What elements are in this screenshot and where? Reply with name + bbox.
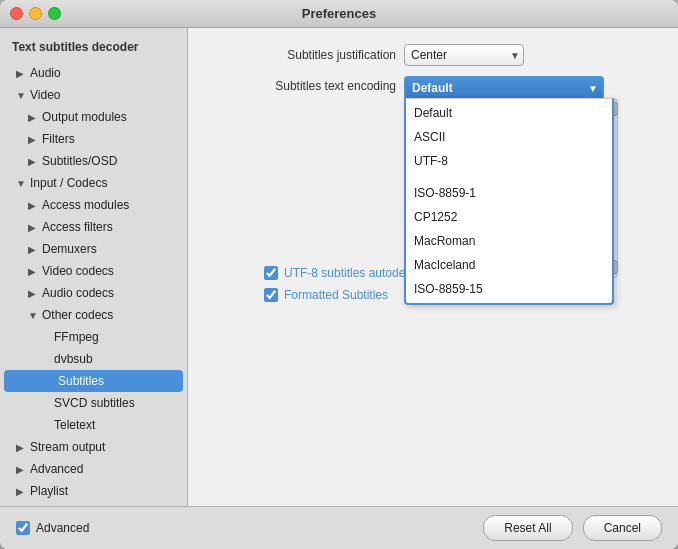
reset-all-button[interactable]: Reset All: [483, 515, 572, 541]
sidebar-item-demuxers[interactable]: ▶Demuxers: [0, 238, 187, 260]
sidebar-arrow-filters: ▶: [28, 132, 42, 147]
sidebar-label-svcd-subtitles: SVCD subtitles: [54, 394, 135, 412]
traffic-lights: [10, 7, 61, 20]
sidebar-arrow-advanced: ▶: [16, 462, 30, 477]
dd-item-default[interactable]: Default: [406, 101, 612, 125]
sidebar-arrow-subtitles-osd: ▶: [28, 154, 42, 169]
encoding-value: Default: [412, 81, 453, 95]
dd-separator: [406, 173, 612, 181]
sidebar-item-subtitles-osd[interactable]: ▶Subtitles/OSD: [0, 150, 187, 172]
sidebar-arrow-output-modules: ▶: [28, 110, 42, 125]
sidebar-label-audio-codecs: Audio codecs: [42, 284, 114, 302]
encoding-dropdown-container: Default ▼ Default ASCII UTF-8 ISO-8859-1…: [404, 76, 604, 98]
sidebar-arrow-stream-output: ▶: [16, 440, 30, 455]
minimize-button[interactable]: [29, 7, 42, 20]
sidebar-arrow-video-codecs: ▶: [28, 264, 42, 279]
sidebar-label-teletext: Teletext: [54, 416, 95, 434]
sidebar-label-subtitles-osd: Subtitles/OSD: [42, 152, 117, 170]
main-panel: Subtitles justification Center Left Righ…: [188, 28, 678, 506]
sidebar-item-video-codecs[interactable]: ▶Video codecs: [0, 260, 187, 282]
cancel-button[interactable]: Cancel: [583, 515, 662, 541]
window-title: Preferences: [302, 6, 376, 21]
sidebar-arrow-other-codecs: ▼: [28, 308, 42, 323]
close-button[interactable]: [10, 7, 23, 20]
dd-item-iso8859-15[interactable]: ISO-8859-15: [406, 277, 612, 301]
sidebar-item-access-filters[interactable]: ▶Access filters: [0, 216, 187, 238]
preferences-window: Preferences Text subtitles decoder ▶Audi…: [0, 0, 678, 549]
sidebar-label-dvbsub: dvbsub: [54, 350, 93, 368]
utf8-checkbox[interactable]: [264, 266, 278, 280]
sidebar-item-input-codecs[interactable]: ▼Input / Codecs: [0, 172, 187, 194]
sidebar-arrow-video: ▼: [16, 88, 30, 103]
sidebar-item-other-codecs[interactable]: ▼Other codecs: [0, 304, 187, 326]
sidebar-title: Text subtitles decoder: [0, 36, 187, 62]
dd-item-maciceland[interactable]: MacIceland: [406, 253, 612, 277]
justification-row: Subtitles justification Center Left Righ…: [204, 44, 662, 66]
sidebar-label-output-modules: Output modules: [42, 108, 127, 126]
sidebar-item-dvbsub[interactable]: dvbsub: [0, 348, 187, 370]
sidebar-item-audio-codecs[interactable]: ▶Audio codecs: [0, 282, 187, 304]
sidebar-label-subtitles: Subtitles: [58, 372, 104, 390]
sidebar-item-filters[interactable]: ▶Filters: [0, 128, 187, 150]
bottom-bar: Advanced Reset All Cancel: [0, 506, 678, 549]
dd-item-cp1252[interactable]: CP1252: [406, 205, 612, 229]
encoding-dropdown-list: Default ASCII UTF-8 ISO-8859-1 CP1252 Ma…: [404, 98, 614, 305]
justification-label: Subtitles justification: [204, 48, 404, 62]
encoding-row: Subtitles text encoding Default ▼ Defaul…: [204, 76, 662, 256]
encoding-label: Subtitles text encoding: [204, 76, 404, 93]
sidebar-arrow-access-filters: ▶: [28, 220, 42, 235]
sidebar-label-demuxers: Demuxers: [42, 240, 97, 258]
sidebar-item-output-modules[interactable]: ▶Output modules: [0, 106, 187, 128]
justification-select[interactable]: Center Left Right: [404, 44, 524, 66]
title-bar: Preferences: [0, 0, 678, 28]
sidebar-arrow-access-modules: ▶: [28, 198, 42, 213]
sidebar-label-access-modules: Access modules: [42, 196, 129, 214]
sidebar-item-subtitles[interactable]: Subtitles: [4, 370, 183, 392]
sidebar-arrow-audio-codecs: ▶: [28, 286, 42, 301]
sidebar-label-playlist: Playlist: [30, 482, 68, 500]
sidebar-item-audio[interactable]: ▶Audio: [0, 62, 187, 84]
button-group: Reset All Cancel: [483, 515, 662, 541]
sidebar-item-ffmpeg[interactable]: FFmpeg: [0, 326, 187, 348]
sidebar-label-access-filters: Access filters: [42, 218, 113, 236]
dd-item-utf8[interactable]: UTF-8: [406, 149, 612, 173]
formatted-label: Formatted Subtitles: [284, 288, 388, 302]
sidebar-item-video[interactable]: ▼Video: [0, 84, 187, 106]
advanced-check-area: Advanced: [16, 521, 89, 535]
advanced-checkbox[interactable]: [16, 521, 30, 535]
sidebar-arrow-playlist: ▶: [16, 484, 30, 499]
sidebar-label-other-codecs: Other codecs: [42, 306, 113, 324]
sidebar-label-video-codecs: Video codecs: [42, 262, 114, 280]
sidebar-label-audio: Audio: [30, 64, 61, 82]
sidebar-label-video: Video: [30, 86, 60, 104]
sidebar-item-playlist[interactable]: ▶Playlist: [0, 480, 187, 502]
sidebar-item-svcd-subtitles[interactable]: SVCD subtitles: [0, 392, 187, 414]
maximize-button[interactable]: [48, 7, 61, 20]
sidebar-label-ffmpeg: FFmpeg: [54, 328, 99, 346]
sidebar-arrow-input-codecs: ▼: [16, 176, 30, 191]
encoding-dropdown-arrow-icon: ▼: [588, 83, 598, 94]
sidebar-arrow-demuxers: ▶: [28, 242, 42, 257]
encoding-display[interactable]: Default ▼: [404, 76, 604, 98]
sidebar-label-filters: Filters: [42, 130, 75, 148]
dd-item-iso8859-1[interactable]: ISO-8859-1: [406, 181, 612, 205]
dd-item-macroman[interactable]: MacRoman: [406, 229, 612, 253]
dd-item-ascii[interactable]: ASCII: [406, 125, 612, 149]
sidebar-item-advanced[interactable]: ▶Advanced: [0, 458, 187, 480]
advanced-checkbox-label: Advanced: [36, 521, 89, 535]
sidebar-item-stream-output[interactable]: ▶Stream output: [0, 436, 187, 458]
sidebar-item-access-modules[interactable]: ▶Access modules: [0, 194, 187, 216]
sidebar-arrow-audio: ▶: [16, 66, 30, 81]
sidebar-items-container: ▶Audio▼Video▶Output modules▶Filters▶Subt…: [0, 62, 187, 506]
sidebar-item-teletext[interactable]: Teletext: [0, 414, 187, 436]
sidebar: Text subtitles decoder ▶Audio▼Video▶Outp…: [0, 28, 188, 506]
justification-select-wrapper: Center Left Right ▼: [404, 44, 524, 66]
sidebar-label-advanced: Advanced: [30, 460, 83, 478]
content-area: Text subtitles decoder ▶Audio▼Video▶Outp…: [0, 28, 678, 506]
sidebar-label-input-codecs: Input / Codecs: [30, 174, 107, 192]
sidebar-label-stream-output: Stream output: [30, 438, 105, 456]
formatted-checkbox[interactable]: [264, 288, 278, 302]
